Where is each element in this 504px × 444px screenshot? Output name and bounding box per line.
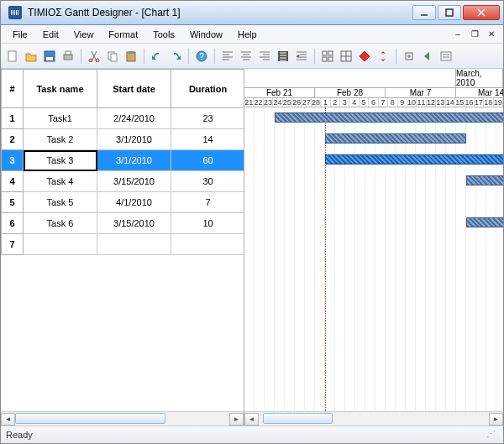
grid2-icon[interactable] [338,48,354,65]
col-name[interactable]: Task name [24,70,97,108]
grid1-icon[interactable] [319,48,336,65]
table-row[interactable]: 7 [2,234,244,255]
cell-task-name[interactable]: Task 2 [24,129,97,150]
shape-icon[interactable] [356,48,373,65]
save-icon[interactable] [41,48,58,65]
menu-format[interactable]: Format [102,28,144,41]
task-table[interactable]: # Task name Start date Duration 1Task12/… [1,69,244,255]
mdi-restore-icon[interactable]: ❐ [468,29,481,40]
help-icon[interactable]: ? [193,48,210,65]
new-icon[interactable] [4,48,21,65]
table-row[interactable]: 4Task 43/15/201030 [2,171,244,192]
cell-start-date[interactable] [97,234,171,255]
cell-task-name[interactable]: Task 3 [24,150,97,171]
gantt-bar[interactable] [325,133,466,144]
cell-task-name[interactable]: Task 4 [24,171,97,192]
table-row[interactable]: 1Task12/24/201023 [2,108,244,129]
cell-duration[interactable]: 10 [171,213,244,234]
justify-icon[interactable] [275,48,291,65]
mdi-minimize-icon[interactable]: – [451,29,465,40]
open-icon[interactable] [23,48,39,65]
cell-task-name[interactable]: Task1 [24,108,97,129]
paste-icon[interactable] [123,48,139,65]
config-icon[interactable] [438,48,454,65]
cell-duration[interactable]: 60 [171,150,244,171]
status-text: Ready [6,430,33,440]
svg-rect-4 [8,51,16,61]
row-number[interactable]: 6 [2,213,24,234]
copy-icon[interactable] [104,48,121,65]
table-row[interactable]: 5Task 54/1/20107 [2,192,244,213]
mdi-close-icon[interactable]: ✕ [485,29,498,40]
svg-rect-19 [328,51,333,55]
align-center-icon[interactable] [238,48,255,65]
scroll-left-icon[interactable]: ◄ [244,413,259,426]
align-left-icon[interactable] [219,48,236,65]
col-start[interactable]: Start date [97,70,171,108]
indent-icon[interactable] [293,48,310,65]
redo-icon[interactable] [167,48,184,65]
menu-help[interactable]: Help [231,28,264,41]
menu-view[interactable]: View [67,28,101,41]
row-number[interactable]: 7 [2,234,24,255]
minimize-button[interactable] [412,5,436,20]
expand-icon[interactable] [401,48,417,65]
left-scrollbar[interactable]: ◄ ► [1,411,244,426]
print-icon[interactable] [60,48,76,65]
day-cell: 14 [446,98,455,107]
svg-rect-8 [66,51,71,55]
cut-icon[interactable] [86,48,102,65]
menu-edit[interactable]: Edit [36,28,66,41]
gantt-bar[interactable] [325,154,503,165]
close-button[interactable] [463,5,500,20]
menu-file[interactable]: File [6,28,34,41]
maximize-button[interactable] [438,5,461,20]
row-number[interactable]: 2 [2,129,24,150]
nav-icon[interactable] [375,48,391,65]
cell-start-date[interactable]: 3/1/2010 [97,150,171,171]
cell-duration[interactable]: 23 [171,108,244,129]
cell-duration[interactable]: 7 [171,192,244,213]
menu-tools[interactable]: Tools [146,28,181,41]
day-cell: 23 [264,98,273,107]
menu-window[interactable]: Window [183,28,229,41]
table-row[interactable]: 2Task 23/1/201014 [2,129,244,150]
cell-task-name[interactable]: Task 6 [24,213,97,234]
right-scrollbar[interactable]: ◄ ► [244,411,503,426]
gantt-bar[interactable] [275,112,503,123]
table-row[interactable]: 3Task 33/1/201060 [2,150,244,171]
row-number[interactable]: 1 [2,108,24,129]
cell-start-date[interactable]: 3/15/2010 [97,171,171,192]
row-number[interactable]: 4 [2,171,24,192]
day-cell: 6 [369,98,378,107]
menu-bar: File Edit View Format Tools Window Help … [1,25,503,44]
col-duration[interactable]: Duration [171,70,244,108]
align-right-icon[interactable] [256,48,273,65]
title-bar: ΤΙΜΙΟΣ Gantt Designer - [Chart 1] [1,1,503,25]
gantt-bar[interactable] [466,217,503,227]
gantt-bar[interactable] [466,175,503,185]
cell-start-date[interactable]: 3/1/2010 [97,129,171,150]
scroll-left-icon[interactable]: ◄ [1,413,15,426]
scroll-right-icon[interactable]: ► [229,413,244,426]
cell-duration[interactable]: 30 [171,171,244,192]
window-title: ΤΙΜΙΟΣ Gantt Designer - [Chart 1] [26,7,412,18]
scroll-right-icon[interactable]: ► [489,413,503,426]
cell-start-date[interactable]: 4/1/2010 [97,192,171,213]
cell-task-name[interactable]: Task 5 [24,192,97,213]
resize-grip-icon[interactable]: ⋰ [486,429,498,441]
col-num[interactable]: # [2,70,24,108]
day-cell: 13 [436,98,445,107]
gantt-body[interactable] [244,107,503,411]
day-cell: 15 [455,98,465,107]
back-icon[interactable] [419,48,436,65]
cell-task-name[interactable] [24,234,97,255]
cell-start-date[interactable]: 2/24/2010 [97,108,171,129]
cell-duration[interactable]: 14 [171,129,244,150]
undo-icon[interactable] [149,48,165,65]
row-number[interactable]: 5 [2,192,24,213]
cell-duration[interactable] [171,234,244,255]
table-row[interactable]: 6Task 63/15/201010 [2,213,244,234]
row-number[interactable]: 3 [2,150,24,171]
cell-start-date[interactable]: 3/15/2010 [97,213,171,234]
